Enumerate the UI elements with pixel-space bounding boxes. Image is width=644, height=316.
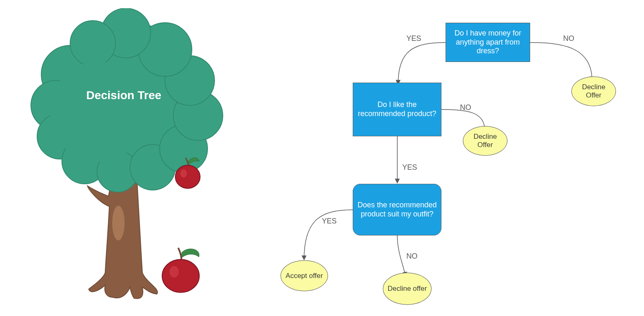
question-money: Do I have money for anything apart from … [446,23,530,62]
edge-q1-yes [394,39,448,87]
leaf-accept: Accept offer [281,260,328,291]
label-q3-no: NO [406,252,418,261]
label-q2-yes: YES [402,163,417,172]
leaf-decline-1: Decline Offer [571,76,616,106]
svg-point-13 [70,21,116,66]
svg-point-0 [112,206,125,240]
tree-illustration [17,8,248,310]
diagram-title: Decision Tree [70,89,177,102]
svg-point-14 [50,62,149,161]
leaf-decline-3: Decline offer [383,273,432,305]
question-like-product: Do I like the recommended product? [353,83,441,136]
label-q1-yes: YES [406,34,421,43]
label-q1-no: NO [563,34,574,43]
edge-q2-yes [394,136,402,186]
label-q3-yes: YES [322,217,337,226]
label-q2-no: NO [460,103,471,112]
edge-q3-yes [299,207,355,264]
svg-point-18 [170,266,179,278]
svg-point-15 [175,165,200,188]
leaf-decline-2: Decline Offer [463,126,507,156]
question-suits-outfit: Does the recommended product suit my out… [353,184,441,235]
svg-point-16 [180,169,187,178]
svg-point-17 [162,259,199,292]
